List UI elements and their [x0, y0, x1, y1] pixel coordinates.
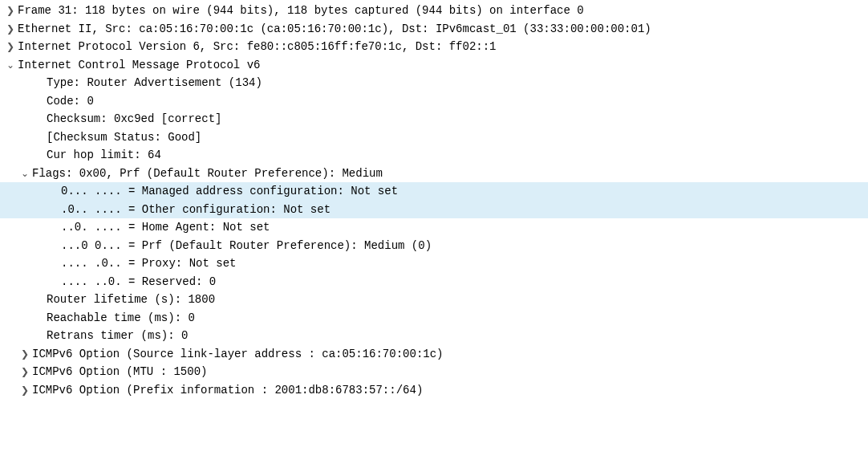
- indent-spacer: [18, 110, 32, 128]
- indent-spacer: [18, 237, 32, 255]
- packet-details-tree: ❯Frame 31: 118 bytes on wire (944 bits),…: [0, 2, 868, 399]
- tree-row-flag-other[interactable]: .0.. .... = Other configuration: Not set: [0, 201, 868, 219]
- indent-spacer: [3, 218, 18, 237]
- row-text: Internet Protocol Version 6, Src: fe80::…: [18, 38, 868, 56]
- indent-spacer: [18, 182, 32, 201]
- row-text: ...0 0... = Prf (Default Router Preferen…: [61, 237, 868, 255]
- indent-spacer: [18, 218, 32, 237]
- tree-row-code[interactable]: Code: 0: [0, 92, 868, 111]
- row-text: .... ..0. = Reserved: 0: [61, 273, 868, 291]
- collapse-icon[interactable]: ⌄: [3, 56, 18, 75]
- indent-spacer: [32, 201, 47, 219]
- row-text: Retrans timer (ms): 0: [47, 327, 868, 345]
- tree-row-icmpv6[interactable]: ⌄Internet Control Message Protocol v6: [0, 56, 868, 75]
- indent-spacer: [3, 327, 18, 345]
- indent-spacer: [18, 273, 32, 291]
- indent-spacer: [18, 309, 32, 328]
- indent-spacer: [32, 273, 47, 291]
- tree-row-flag-managed[interactable]: 0... .... = Managed address configuratio…: [0, 182, 868, 201]
- row-text: Frame 31: 118 bytes on wire (944 bits), …: [18, 2, 868, 20]
- row-text: Cur hop limit: 64: [47, 146, 868, 165]
- expand-icon[interactable]: ❯: [18, 363, 32, 381]
- tree-row-cur-hop[interactable]: Cur hop limit: 64: [0, 146, 868, 165]
- row-text: .... .0.. = Proxy: Not set: [61, 254, 868, 273]
- toggle-spacer: [47, 273, 61, 291]
- toggle-spacer: [47, 201, 61, 219]
- indent-spacer: [3, 128, 18, 147]
- expand-icon[interactable]: ❯: [18, 345, 32, 364]
- tree-row-checksum[interactable]: Checksum: 0xc9ed [correct]: [0, 110, 868, 128]
- indent-spacer: [3, 146, 18, 165]
- indent-spacer: [18, 74, 32, 92]
- indent-spacer: [3, 165, 18, 183]
- tree-row-flag-reserved[interactable]: .... ..0. = Reserved: 0: [0, 273, 868, 291]
- row-text: 0... .... = Managed address configuratio…: [61, 182, 868, 201]
- tree-row-type[interactable]: Type: Router Advertisement (134): [0, 74, 868, 92]
- indent-spacer: [32, 218, 47, 237]
- row-text: Internet Control Message Protocol v6: [18, 56, 868, 75]
- toggle-spacer: [32, 110, 47, 128]
- indent-spacer: [18, 92, 32, 111]
- toggle-spacer: [32, 128, 47, 147]
- indent-spacer: [3, 74, 18, 92]
- row-text: [Checksum Status: Good]: [47, 128, 868, 147]
- collapse-icon[interactable]: ⌄: [18, 165, 32, 183]
- row-text: ICMPv6 Option (MTU : 1500): [32, 363, 868, 381]
- row-text: Code: 0: [47, 92, 868, 111]
- expand-icon[interactable]: ❯: [3, 20, 18, 39]
- tree-row-flags[interactable]: ⌄Flags: 0x00, Prf (Default Router Prefer…: [0, 165, 868, 183]
- row-text: Ethernet II, Src: ca:05:16:70:00:1c (ca:…: [18, 20, 868, 39]
- indent-spacer: [18, 254, 32, 273]
- toggle-spacer: [47, 237, 61, 255]
- toggle-spacer: [32, 327, 47, 345]
- tree-row-reachable[interactable]: Reachable time (ms): 0: [0, 309, 868, 328]
- indent-spacer: [3, 291, 18, 309]
- tree-row-ethernet[interactable]: ❯Ethernet II, Src: ca:05:16:70:00:1c (ca…: [0, 20, 868, 39]
- indent-spacer: [3, 237, 18, 255]
- row-text: Reachable time (ms): 0: [47, 309, 868, 328]
- indent-spacer: [3, 182, 18, 201]
- toggle-spacer: [32, 291, 47, 309]
- expand-icon[interactable]: ❯: [3, 38, 18, 56]
- indent-spacer: [3, 345, 18, 364]
- indent-spacer: [32, 237, 47, 255]
- tree-row-retrans[interactable]: Retrans timer (ms): 0: [0, 327, 868, 345]
- tree-row-frame[interactable]: ❯Frame 31: 118 bytes on wire (944 bits),…: [0, 2, 868, 20]
- indent-spacer: [18, 146, 32, 165]
- tree-row-opt-mtu[interactable]: ❯ICMPv6 Option (MTU : 1500): [0, 363, 868, 381]
- row-text: ICMPv6 Option (Prefix information : 2001…: [32, 381, 868, 400]
- indent-spacer: [3, 92, 18, 111]
- indent-spacer: [3, 363, 18, 381]
- indent-spacer: [3, 110, 18, 128]
- indent-spacer: [32, 182, 47, 201]
- row-text: .0.. .... = Other configuration: Not set: [61, 201, 868, 219]
- row-text: Checksum: 0xc9ed [correct]: [47, 110, 868, 128]
- tree-row-flag-home[interactable]: ..0. .... = Home Agent: Not set: [0, 218, 868, 237]
- tree-row-flag-proxy[interactable]: .... .0.. = Proxy: Not set: [0, 254, 868, 273]
- indent-spacer: [18, 291, 32, 309]
- tree-row-router-lifetime[interactable]: Router lifetime (s): 1800: [0, 291, 868, 309]
- expand-icon[interactable]: ❯: [3, 2, 18, 20]
- indent-spacer: [3, 381, 18, 400]
- row-text: Flags: 0x00, Prf (Default Router Prefere…: [32, 165, 868, 183]
- row-text: ICMPv6 Option (Source link-layer address…: [32, 345, 868, 364]
- row-text: Router lifetime (s): 1800: [47, 291, 868, 309]
- toggle-spacer: [47, 254, 61, 273]
- toggle-spacer: [47, 218, 61, 237]
- indent-spacer: [3, 309, 18, 328]
- tree-row-opt-link[interactable]: ❯ICMPv6 Option (Source link-layer addres…: [0, 345, 868, 364]
- toggle-spacer: [32, 309, 47, 328]
- tree-row-flag-prf[interactable]: ...0 0... = Prf (Default Router Preferen…: [0, 237, 868, 255]
- indent-spacer: [18, 327, 32, 345]
- row-text: Type: Router Advertisement (134): [47, 74, 868, 92]
- indent-spacer: [18, 128, 32, 147]
- tree-row-ipv6[interactable]: ❯Internet Protocol Version 6, Src: fe80:…: [0, 38, 868, 56]
- toggle-spacer: [32, 74, 47, 92]
- indent-spacer: [3, 201, 18, 219]
- tree-row-opt-prefix[interactable]: ❯ICMPv6 Option (Prefix information : 200…: [0, 381, 868, 400]
- indent-spacer: [32, 254, 47, 273]
- toggle-spacer: [32, 146, 47, 165]
- tree-row-checksum-status[interactable]: [Checksum Status: Good]: [0, 128, 868, 147]
- toggle-spacer: [32, 92, 47, 111]
- expand-icon[interactable]: ❯: [18, 381, 32, 400]
